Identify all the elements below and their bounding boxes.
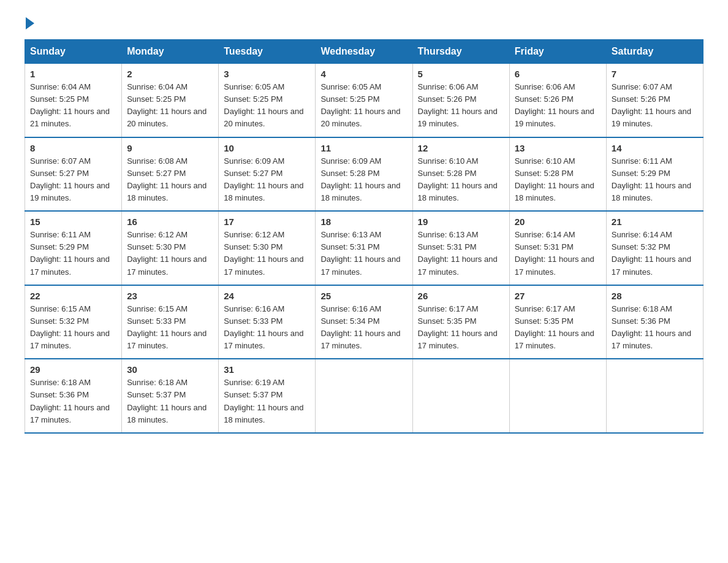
- page-header: [25, 18, 703, 27]
- day-number: 16: [127, 216, 213, 227]
- day-info: Sunrise: 6:04 AMSunset: 5:25 PMDaylight:…: [127, 82, 207, 128]
- calendar-cell: 1Sunrise: 6:04 AMSunset: 5:25 PMDaylight…: [25, 64, 122, 137]
- calendar-cell: 29Sunrise: 6:18 AMSunset: 5:36 PMDayligh…: [25, 359, 122, 433]
- day-info: Sunrise: 6:15 AMSunset: 5:33 PMDaylight:…: [127, 304, 207, 350]
- day-info: Sunrise: 6:14 AMSunset: 5:31 PMDaylight:…: [515, 230, 594, 276]
- day-number: 12: [418, 143, 504, 153]
- calendar-cell: 5Sunrise: 6:06 AMSunset: 5:26 PMDaylight…: [412, 64, 509, 137]
- day-number: 30: [127, 364, 213, 375]
- weekday-header-saturday: Saturday: [606, 40, 703, 64]
- day-info: Sunrise: 6:12 AMSunset: 5:30 PMDaylight:…: [224, 230, 303, 276]
- logo: [25, 18, 34, 27]
- day-number: 4: [320, 69, 407, 79]
- calendar-cell: 8Sunrise: 6:07 AMSunset: 5:27 PMDaylight…: [25, 137, 122, 212]
- day-info: Sunrise: 6:18 AMSunset: 5:36 PMDaylight:…: [612, 304, 691, 350]
- calendar-cell: 2Sunrise: 6:04 AMSunset: 5:25 PMDaylight…: [122, 64, 219, 137]
- day-info: Sunrise: 6:09 AMSunset: 5:27 PMDaylight:…: [224, 156, 303, 202]
- day-info: Sunrise: 6:05 AMSunset: 5:25 PMDaylight:…: [224, 82, 303, 128]
- day-info: Sunrise: 6:18 AMSunset: 5:36 PMDaylight:…: [30, 378, 110, 424]
- day-info: Sunrise: 6:13 AMSunset: 5:31 PMDaylight:…: [418, 230, 498, 276]
- calendar-cell: [412, 359, 509, 433]
- calendar-cell: 17Sunrise: 6:12 AMSunset: 5:30 PMDayligh…: [219, 211, 316, 285]
- calendar-cell: 22Sunrise: 6:15 AMSunset: 5:32 PMDayligh…: [25, 285, 122, 359]
- calendar-cell: 3Sunrise: 6:05 AMSunset: 5:25 PMDaylight…: [219, 64, 316, 137]
- day-number: 31: [224, 364, 310, 375]
- calendar-cell: 14Sunrise: 6:11 AMSunset: 5:29 PMDayligh…: [606, 137, 703, 212]
- day-info: Sunrise: 6:14 AMSunset: 5:32 PMDaylight:…: [612, 230, 691, 276]
- day-info: Sunrise: 6:13 AMSunset: 5:31 PMDaylight:…: [320, 230, 400, 276]
- calendar-cell: 23Sunrise: 6:15 AMSunset: 5:33 PMDayligh…: [122, 285, 219, 359]
- calendar-cell: 6Sunrise: 6:06 AMSunset: 5:26 PMDaylight…: [509, 64, 606, 137]
- calendar-week-row: 15Sunrise: 6:11 AMSunset: 5:29 PMDayligh…: [25, 211, 703, 285]
- logo-arrow-icon: [26, 17, 34, 29]
- calendar-week-row: 29Sunrise: 6:18 AMSunset: 5:36 PMDayligh…: [25, 359, 703, 433]
- calendar-week-row: 1Sunrise: 6:04 AMSunset: 5:25 PMDaylight…: [25, 64, 703, 137]
- day-number: 18: [320, 216, 407, 227]
- day-number: 23: [127, 291, 213, 301]
- day-info: Sunrise: 6:17 AMSunset: 5:35 PMDaylight:…: [515, 304, 594, 350]
- day-number: 13: [515, 143, 601, 153]
- calendar-cell: 21Sunrise: 6:14 AMSunset: 5:32 PMDayligh…: [606, 211, 703, 285]
- day-info: Sunrise: 6:10 AMSunset: 5:28 PMDaylight:…: [418, 156, 498, 202]
- day-info: Sunrise: 6:19 AMSunset: 5:37 PMDaylight:…: [224, 378, 303, 424]
- day-info: Sunrise: 6:06 AMSunset: 5:26 PMDaylight:…: [418, 82, 498, 128]
- weekday-header-sunday: Sunday: [25, 40, 122, 64]
- day-number: 7: [612, 69, 698, 79]
- calendar-cell: [606, 359, 703, 433]
- calendar-cell: 18Sunrise: 6:13 AMSunset: 5:31 PMDayligh…: [316, 211, 412, 285]
- calendar-cell: 15Sunrise: 6:11 AMSunset: 5:29 PMDayligh…: [25, 211, 122, 285]
- calendar-cell: [316, 359, 412, 433]
- day-number: 6: [515, 69, 601, 79]
- weekday-header-wednesday: Wednesday: [316, 40, 412, 64]
- day-number: 20: [515, 216, 601, 227]
- day-number: 24: [224, 291, 310, 301]
- weekday-header-friday: Friday: [509, 40, 606, 64]
- calendar-cell: [509, 359, 606, 433]
- day-number: 1: [30, 69, 116, 79]
- day-info: Sunrise: 6:06 AMSunset: 5:26 PMDaylight:…: [515, 82, 594, 128]
- day-number: 28: [612, 291, 698, 301]
- day-info: Sunrise: 6:07 AMSunset: 5:27 PMDaylight:…: [30, 156, 110, 202]
- day-info: Sunrise: 6:16 AMSunset: 5:33 PMDaylight:…: [224, 304, 303, 350]
- day-number: 2: [127, 69, 213, 79]
- day-number: 14: [612, 143, 698, 153]
- day-number: 27: [515, 291, 601, 301]
- day-info: Sunrise: 6:09 AMSunset: 5:28 PMDaylight:…: [320, 156, 400, 202]
- calendar-cell: 30Sunrise: 6:18 AMSunset: 5:37 PMDayligh…: [122, 359, 219, 433]
- day-info: Sunrise: 6:10 AMSunset: 5:28 PMDaylight:…: [515, 156, 594, 202]
- calendar-week-row: 8Sunrise: 6:07 AMSunset: 5:27 PMDaylight…: [25, 137, 703, 212]
- day-number: 21: [612, 216, 698, 227]
- day-number: 19: [418, 216, 504, 227]
- day-info: Sunrise: 6:15 AMSunset: 5:32 PMDaylight:…: [30, 304, 110, 350]
- day-info: Sunrise: 6:04 AMSunset: 5:25 PMDaylight:…: [30, 82, 110, 128]
- day-number: 5: [418, 69, 504, 79]
- day-number: 22: [30, 291, 116, 301]
- calendar-cell: 27Sunrise: 6:17 AMSunset: 5:35 PMDayligh…: [509, 285, 606, 359]
- day-info: Sunrise: 6:11 AMSunset: 5:29 PMDaylight:…: [30, 230, 110, 276]
- day-info: Sunrise: 6:05 AMSunset: 5:25 PMDaylight:…: [320, 82, 400, 128]
- calendar-cell: 13Sunrise: 6:10 AMSunset: 5:28 PMDayligh…: [509, 137, 606, 212]
- weekday-header-tuesday: Tuesday: [219, 40, 316, 64]
- day-info: Sunrise: 6:07 AMSunset: 5:26 PMDaylight:…: [612, 82, 691, 128]
- calendar-table: SundayMondayTuesdayWednesdayThursdayFrid…: [25, 39, 703, 434]
- day-number: 17: [224, 216, 310, 227]
- day-info: Sunrise: 6:17 AMSunset: 5:35 PMDaylight:…: [418, 304, 498, 350]
- day-number: 11: [320, 143, 407, 153]
- day-info: Sunrise: 6:08 AMSunset: 5:27 PMDaylight:…: [127, 156, 207, 202]
- calendar-cell: 16Sunrise: 6:12 AMSunset: 5:30 PMDayligh…: [122, 211, 219, 285]
- calendar-cell: 7Sunrise: 6:07 AMSunset: 5:26 PMDaylight…: [606, 64, 703, 137]
- calendar-cell: 10Sunrise: 6:09 AMSunset: 5:27 PMDayligh…: [219, 137, 316, 212]
- day-info: Sunrise: 6:12 AMSunset: 5:30 PMDaylight:…: [127, 230, 207, 276]
- calendar-cell: 28Sunrise: 6:18 AMSunset: 5:36 PMDayligh…: [606, 285, 703, 359]
- calendar-cell: 25Sunrise: 6:16 AMSunset: 5:34 PMDayligh…: [316, 285, 412, 359]
- day-number: 8: [30, 143, 116, 153]
- calendar-week-row: 22Sunrise: 6:15 AMSunset: 5:32 PMDayligh…: [25, 285, 703, 359]
- day-number: 15: [30, 216, 116, 227]
- day-number: 9: [127, 143, 213, 153]
- calendar-cell: 20Sunrise: 6:14 AMSunset: 5:31 PMDayligh…: [509, 211, 606, 285]
- calendar-cell: 19Sunrise: 6:13 AMSunset: 5:31 PMDayligh…: [412, 211, 509, 285]
- day-number: 25: [320, 291, 407, 301]
- day-info: Sunrise: 6:18 AMSunset: 5:37 PMDaylight:…: [127, 378, 207, 424]
- calendar-cell: 11Sunrise: 6:09 AMSunset: 5:28 PMDayligh…: [316, 137, 412, 212]
- day-info: Sunrise: 6:16 AMSunset: 5:34 PMDaylight:…: [320, 304, 400, 350]
